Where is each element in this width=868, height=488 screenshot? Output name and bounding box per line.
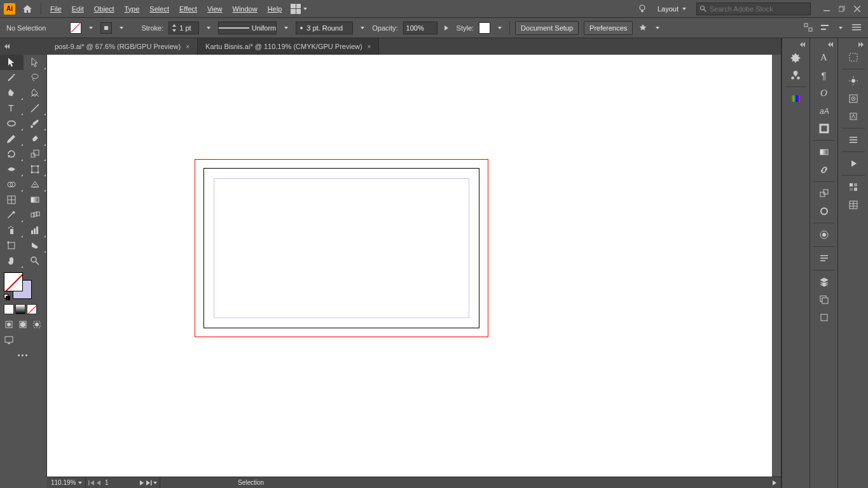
tool-symbol-sprayer[interactable] xyxy=(0,223,24,238)
color-mode-gradient[interactable] xyxy=(15,304,25,314)
color-mode-solid[interactable] xyxy=(4,304,14,314)
stroke-dropdown[interactable] xyxy=(117,22,126,34)
panel-transparency[interactable] xyxy=(810,226,838,244)
tool-scale[interactable] xyxy=(24,146,47,162)
artboard-number[interactable]: 1 xyxy=(102,479,138,486)
tool-artboard[interactable] xyxy=(0,238,24,253)
stroke-weight-input[interactable]: 1 pt xyxy=(169,22,199,34)
document-setup-button[interactable]: Document Setup xyxy=(515,21,579,35)
status-play[interactable] xyxy=(772,480,781,486)
color-mode-none[interactable] xyxy=(27,304,37,314)
fill-dropdown[interactable] xyxy=(86,22,95,34)
opacity-dropdown[interactable] xyxy=(443,22,451,34)
panel-appearance-2[interactable] xyxy=(838,72,868,90)
tool-direct-selection[interactable] xyxy=(24,55,47,70)
panel-stroke[interactable] xyxy=(810,120,838,137)
panel-transform-2[interactable] xyxy=(838,48,868,66)
tool-free-transform[interactable] xyxy=(24,162,47,177)
panel-graphic-styles[interactable] xyxy=(838,90,868,108)
panel-glyphs[interactable]: aA xyxy=(810,102,838,120)
panel-character[interactable]: A xyxy=(810,48,838,66)
style-dropdown[interactable] xyxy=(495,22,504,34)
panel-gradient[interactable] xyxy=(810,143,838,161)
panel-layers[interactable] xyxy=(810,273,838,291)
tool-zoom[interactable] xyxy=(24,253,47,268)
variable-width-profile[interactable]: Uniform xyxy=(218,22,277,34)
canvas[interactable] xyxy=(47,55,772,477)
panel-links[interactable] xyxy=(810,161,838,179)
panel-collapse[interactable] xyxy=(782,41,809,48)
close-tab-icon[interactable]: × xyxy=(368,43,371,50)
toolbox-collapse-top[interactable] xyxy=(0,38,47,55)
panel-align[interactable] xyxy=(810,249,838,267)
stock-search-input[interactable] xyxy=(710,5,808,13)
home-button[interactable] xyxy=(20,2,34,16)
panel-paragraph[interactable]: ¶ xyxy=(810,66,838,84)
menu-select[interactable]: Select xyxy=(144,3,174,15)
close-button[interactable] xyxy=(850,4,864,14)
menu-help[interactable]: Help xyxy=(263,3,287,15)
document-tab-active[interactable]: Kartu Bisnis.ai* @ 110.19% (CMYK/GPU Pre… xyxy=(198,38,379,55)
panel-collapse[interactable] xyxy=(838,41,868,48)
close-tab-icon[interactable]: × xyxy=(186,43,189,50)
transform-panel-toggle[interactable] xyxy=(803,22,813,32)
prev-artboard[interactable] xyxy=(96,480,101,486)
panel-properties[interactable] xyxy=(782,48,809,66)
panel-symbols[interactable] xyxy=(838,108,868,125)
vertical-scrollbar[interactable] xyxy=(772,55,781,477)
artboard-dropdown[interactable] xyxy=(153,482,157,484)
panel-brushes[interactable] xyxy=(838,131,868,149)
isolate-mode-toggle[interactable] xyxy=(820,22,830,32)
preferences-button[interactable]: Preferences xyxy=(584,21,633,35)
panel-asset-export[interactable] xyxy=(810,291,838,309)
default-colors[interactable] xyxy=(4,294,10,300)
tool-line[interactable] xyxy=(24,101,47,116)
workspace-switcher[interactable]: Layout xyxy=(652,3,691,15)
fill-stroke-indicator[interactable] xyxy=(0,268,46,302)
tool-shaper[interactable] xyxy=(0,131,24,146)
control-menu[interactable] xyxy=(851,22,862,32)
screen-mode[interactable] xyxy=(4,335,14,345)
stroke-weight-dropdown[interactable] xyxy=(204,22,213,34)
menu-edit[interactable]: Edit xyxy=(67,3,89,15)
panel-opentype[interactable]: O xyxy=(810,84,838,102)
panel-color-guide[interactable] xyxy=(838,196,868,214)
menu-effect[interactable]: Effect xyxy=(174,3,202,15)
draw-inside[interactable] xyxy=(32,319,42,330)
panel-artboards[interactable] xyxy=(810,309,838,326)
panel-libraries[interactable] xyxy=(782,66,809,84)
align-to-dropdown[interactable] xyxy=(638,23,648,33)
tool-rotate[interactable] xyxy=(0,146,24,162)
document-tab-inactive[interactable]: post-9.ai* @ 67.6% (RGB/GPU Preview) × xyxy=(47,38,198,55)
align-dropdown[interactable] xyxy=(653,22,662,34)
panel-swatches[interactable] xyxy=(838,178,868,196)
draw-normal[interactable] xyxy=(4,319,14,330)
stroke-swatch[interactable] xyxy=(100,22,112,34)
tool-shape-builder[interactable] xyxy=(0,177,24,192)
first-artboard[interactable] xyxy=(88,480,95,486)
profile-dropdown[interactable] xyxy=(282,22,291,34)
tool-curvature[interactable] xyxy=(24,85,47,101)
panel-collapse[interactable] xyxy=(810,41,838,48)
menu-view[interactable]: View xyxy=(202,3,228,15)
tool-pen[interactable] xyxy=(0,85,24,101)
search-help-button[interactable] xyxy=(637,4,647,14)
ctrl-overflow[interactable] xyxy=(836,22,845,34)
minimize-button[interactable] xyxy=(820,4,834,14)
tool-slice[interactable] xyxy=(24,238,47,253)
fill-color-box[interactable] xyxy=(4,272,23,291)
panel-appearance[interactable] xyxy=(810,202,838,220)
next-artboard[interactable] xyxy=(139,480,144,486)
draw-behind[interactable] xyxy=(18,319,28,330)
graphic-style-swatch[interactable] xyxy=(479,22,490,34)
tool-selection[interactable] xyxy=(0,55,24,70)
brush-dropdown[interactable] xyxy=(358,22,367,34)
tool-lasso[interactable] xyxy=(24,70,47,85)
opacity-input[interactable]: 100% xyxy=(403,22,437,34)
tool-column-graph[interactable] xyxy=(24,223,47,238)
tool-hand[interactable] xyxy=(0,253,24,268)
adobe-stock-search[interactable] xyxy=(696,3,811,15)
panel-transform[interactable] xyxy=(810,185,838,202)
last-artboard[interactable] xyxy=(146,480,152,486)
tool-gradient[interactable] xyxy=(24,192,47,207)
